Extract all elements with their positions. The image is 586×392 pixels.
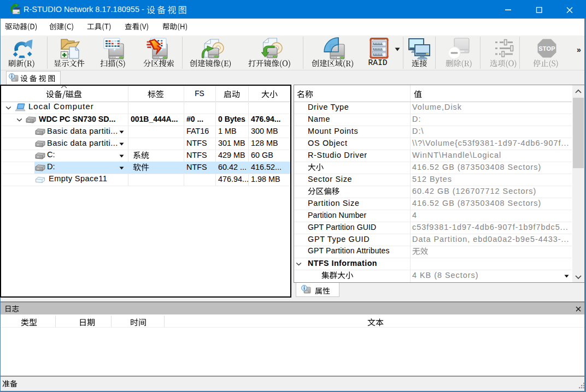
svg-text:STOP: STOP	[538, 45, 555, 52]
